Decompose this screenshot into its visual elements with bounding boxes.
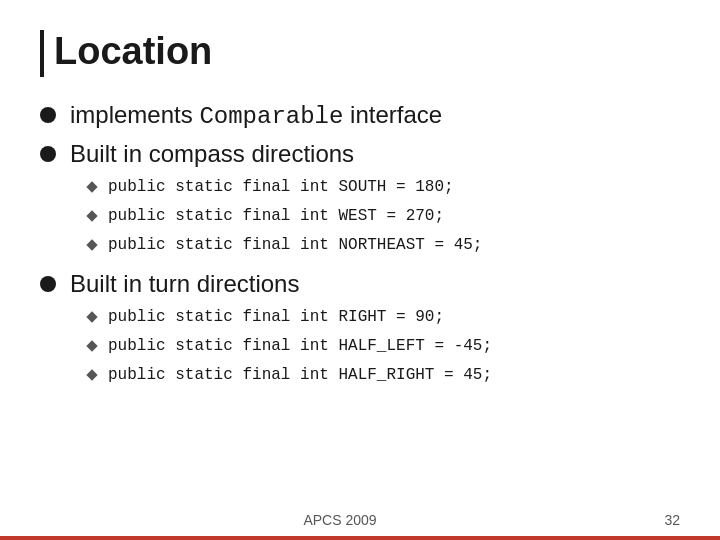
sub-text-3-3: public static final int HALF_RIGHT = 45; [108, 362, 492, 389]
sub-bullets-2: public static final int SOUTH = 180; pub… [88, 174, 680, 260]
bullet-text-1: implements Comparable interface [70, 101, 442, 130]
bullet-main-1: implements Comparable interface [40, 101, 680, 130]
sub-bullets-3: public static final int RIGHT = 90; publ… [88, 304, 680, 390]
slide: Location implements Comparable interface… [0, 0, 720, 540]
bullet-text-3: Built in turn directions [70, 270, 299, 298]
bullet-text-after-1: interface [343, 101, 442, 128]
bullet-text-before-1: implements [70, 101, 199, 128]
bullet-dot-3 [40, 276, 56, 292]
sub-bullet-2-1: public static final int SOUTH = 180; [88, 174, 680, 201]
bullet-text-2: Built in compass directions [70, 140, 354, 168]
footer: APCS 2009 [0, 512, 680, 528]
sub-dot-2-2 [86, 211, 97, 222]
bullet-section-2: Built in compass directions public stati… [40, 140, 680, 260]
bottom-bar [0, 536, 720, 540]
bullet-code-1: Comparable [199, 103, 343, 130]
sub-dot-3-1 [86, 311, 97, 322]
sub-dot-2-3 [86, 240, 97, 251]
sub-dot-3-3 [86, 369, 97, 380]
slide-title: Location [40, 30, 680, 77]
bullet-section-1: implements Comparable interface [40, 101, 680, 130]
sub-text-2-1: public static final int SOUTH = 180; [108, 174, 454, 201]
bullet-main-2: Built in compass directions [40, 140, 680, 168]
sub-text-3-1: public static final int RIGHT = 90; [108, 304, 444, 331]
sub-bullet-3-3: public static final int HALF_RIGHT = 45; [88, 362, 680, 389]
sub-text-2-2: public static final int WEST = 270; [108, 203, 444, 230]
sub-dot-3-2 [86, 340, 97, 351]
sub-bullet-3-1: public static final int RIGHT = 90; [88, 304, 680, 331]
sub-dot-2-1 [86, 181, 97, 192]
bullet-main-3: Built in turn directions [40, 270, 680, 298]
page-number: 32 [664, 512, 680, 528]
sub-bullet-2-2: public static final int WEST = 270; [88, 203, 680, 230]
bullet-dot-2 [40, 146, 56, 162]
bullet-dot-1 [40, 107, 56, 123]
sub-bullet-3-2: public static final int HALF_LEFT = -45; [88, 333, 680, 360]
bullet-section-3: Built in turn directions public static f… [40, 270, 680, 390]
sub-bullet-2-3: public static final int NORTHEAST = 45; [88, 232, 680, 259]
sub-text-2-3: public static final int NORTHEAST = 45; [108, 232, 482, 259]
footer-text: APCS 2009 [303, 512, 376, 528]
sub-text-3-2: public static final int HALF_LEFT = -45; [108, 333, 492, 360]
